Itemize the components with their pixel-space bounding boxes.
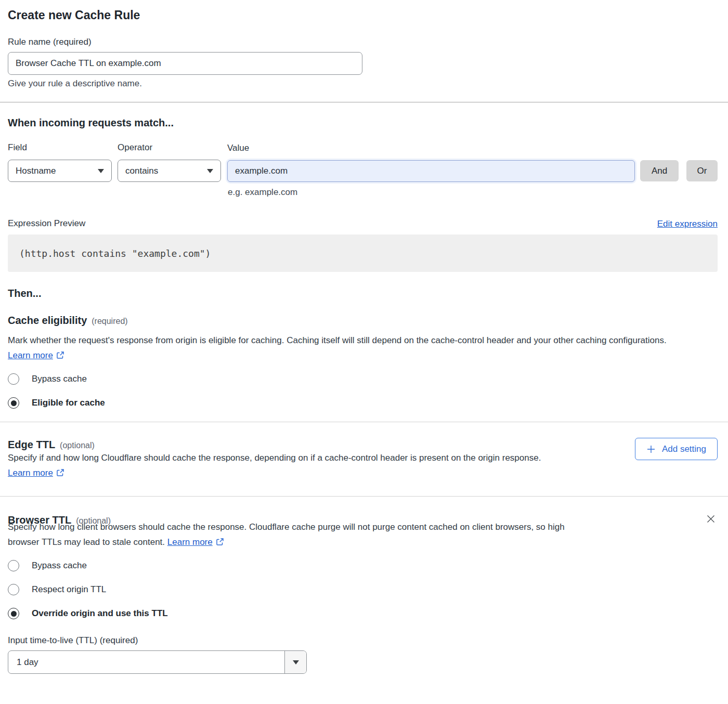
radio-icon xyxy=(8,373,19,385)
browser-ttl-section: Browser TTL (optional) Specify how long … xyxy=(8,513,718,674)
plus-icon xyxy=(646,445,656,454)
rule-name-input[interactable] xyxy=(8,52,362,75)
operator-select-value: contains xyxy=(125,166,158,176)
chevron-down-icon xyxy=(98,169,104,173)
browser-ttl-description: Specify how long client browsers should … xyxy=(8,520,575,550)
radio-label: Override origin and use this TTL xyxy=(32,608,168,619)
section-divider xyxy=(0,102,728,102)
radio-eligible-for-cache[interactable]: Eligible for cache xyxy=(8,397,718,409)
field-label: Field xyxy=(8,142,112,153)
external-link-icon xyxy=(56,351,64,359)
expression-header: Expression Preview Edit expression xyxy=(8,218,718,229)
then-heading: Then... xyxy=(8,286,718,300)
browser-ttl-options: Bypass cache Respect origin TTL Override… xyxy=(8,560,718,619)
ttl-select[interactable]: 1 day xyxy=(8,650,307,674)
radio-label: Bypass cache xyxy=(32,374,87,384)
field-column: Field Hostname xyxy=(8,142,112,182)
match-row: Field Hostname Operator contains Value A… xyxy=(8,142,718,182)
edge-ttl-title-row: Edge TTL (optional) xyxy=(8,438,95,451)
external-link-icon xyxy=(56,468,64,477)
radio-icon xyxy=(8,560,19,571)
edit-expression-link[interactable]: Edit expression xyxy=(657,219,718,229)
add-setting-label: Add setting xyxy=(662,444,706,454)
edge-ttl-description: Specify if and how long Cloudflare shoul… xyxy=(8,451,582,480)
match-section: When incoming requests match... Field Ho… xyxy=(8,116,718,198)
edge-ttl-title: Edge TTL xyxy=(8,438,55,451)
rule-name-section: Rule name (required) Give your rule a de… xyxy=(8,36,718,89)
page-title: Create new Cache Rule xyxy=(8,7,718,23)
cache-eligibility-description: Mark whether the request's response from… xyxy=(8,333,707,363)
close-browser-ttl-button[interactable] xyxy=(704,512,718,527)
browser-ttl-description-text: Specify how long client browsers should … xyxy=(8,522,565,547)
rule-name-label: Rule name (required) xyxy=(8,36,718,48)
field-select-value: Hostname xyxy=(16,166,56,176)
edge-ttl-description-text: Specify if and how long Cloudflare shoul… xyxy=(8,453,541,463)
operator-column: Operator contains xyxy=(118,142,221,182)
add-setting-button[interactable]: Add setting xyxy=(635,438,718,460)
close-icon xyxy=(705,513,717,525)
ttl-select-arrow[interactable] xyxy=(284,651,306,673)
cache-eligibility-learn-more-link[interactable]: Learn more xyxy=(8,350,53,360)
value-label: Value xyxy=(227,142,635,154)
radio-bypass-cache[interactable]: Bypass cache xyxy=(8,373,718,385)
rule-name-help: Give your rule a descriptive name. xyxy=(8,78,718,89)
external-link-icon xyxy=(216,538,224,546)
optional-badge: (optional) xyxy=(60,441,95,450)
or-button[interactable]: Or xyxy=(686,160,718,181)
section-divider xyxy=(0,422,728,422)
radio-override-origin-ttl[interactable]: Override origin and use this TTL xyxy=(8,608,718,619)
value-input[interactable] xyxy=(227,160,635,182)
browser-ttl-learn-more-link[interactable]: Learn more xyxy=(167,537,213,547)
match-heading: When incoming requests match... xyxy=(8,116,718,129)
cache-eligibility-options: Bypass cache Eligible for cache xyxy=(8,373,718,409)
ttl-input-label: Input time-to-live (TTL) (required) xyxy=(8,635,718,646)
radio-icon xyxy=(8,397,19,409)
cache-eligibility-description-text: Mark whether the request's response from… xyxy=(8,335,667,345)
field-select[interactable]: Hostname xyxy=(8,160,112,182)
ttl-select-value: 1 day xyxy=(8,651,284,673)
value-column: Value xyxy=(227,142,635,182)
and-button[interactable]: And xyxy=(640,160,679,181)
chevron-down-icon xyxy=(207,169,213,173)
chevron-down-icon xyxy=(293,660,299,664)
cache-eligibility-header: Cache eligibility (required) xyxy=(8,314,718,327)
required-badge: (required) xyxy=(92,317,127,326)
radio-respect-origin-ttl[interactable]: Respect origin TTL xyxy=(8,584,718,595)
cache-eligibility-title: Cache eligibility xyxy=(8,314,87,327)
radio-label: Eligible for cache xyxy=(32,398,105,408)
section-divider xyxy=(0,496,728,497)
radio-icon xyxy=(8,584,19,595)
operator-label: Operator xyxy=(118,142,221,153)
radio-label: Bypass cache xyxy=(32,560,87,571)
expression-preview-label: Expression Preview xyxy=(8,218,85,229)
expression-code-block: (http.host contains "example.com") xyxy=(8,234,718,272)
radio-icon xyxy=(8,608,19,619)
expression-code: (http.host contains "example.com") xyxy=(19,248,211,259)
radio-label: Respect origin TTL xyxy=(32,584,106,595)
radio-bypass-cache[interactable]: Bypass cache xyxy=(8,560,718,571)
edge-ttl-learn-more-link[interactable]: Learn more xyxy=(8,468,53,478)
edge-ttl-section: Edge TTL (optional) Add setting Specify … xyxy=(8,438,718,480)
value-example-help: e.g. example.com xyxy=(228,187,718,198)
operator-select[interactable]: contains xyxy=(118,160,221,182)
